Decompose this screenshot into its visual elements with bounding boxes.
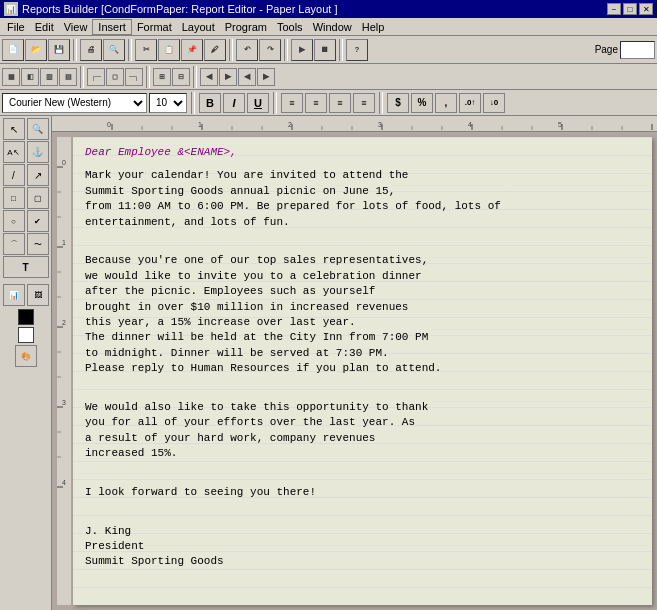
foreground-color[interactable] (18, 309, 34, 325)
help-button[interactable]: ? (346, 39, 368, 61)
selection-tools: ↖ 🔍 (3, 118, 49, 140)
menu-layout[interactable]: Layout (177, 20, 220, 34)
layout-btn3[interactable]: ─┐ (125, 68, 143, 86)
para1-line2: Summit Sporting Goods annual picnic on J… (85, 185, 395, 197)
main-toolbar: 📄 📂 💾 🖨 🔍 ✂ 📋 📌 🖌 ↶ ↷ ▶ ⏹ ? Page (0, 36, 657, 64)
freeform-tool[interactable]: 〜 (27, 233, 49, 255)
arrow-tool[interactable]: ↗ (27, 164, 49, 186)
view-btn4[interactable]: ▤ (59, 68, 77, 86)
para3-line4: increased 15%. (85, 447, 177, 459)
rect-tool[interactable]: □ (3, 187, 25, 209)
para2-line7: to midnight. Dinner will be served at 7:… (85, 347, 389, 359)
chart-tool[interactable]: 📊 (3, 284, 25, 306)
comma-button[interactable]: , (435, 93, 457, 113)
percent-button[interactable]: % (411, 93, 433, 113)
draw-tools4: ○ ✔ (3, 210, 49, 232)
view-btn1[interactable]: ▦ (2, 68, 20, 86)
greeting-line: Dear Employee &<ENAME>, (85, 145, 640, 160)
edit-btn2[interactable]: ⊟ (172, 68, 190, 86)
maximize-button[interactable]: □ (623, 3, 637, 15)
view-btn2[interactable]: ◧ (21, 68, 39, 86)
para1-line3: from 11:00 AM to 6:00 PM. Be prepared fo… (85, 200, 501, 212)
layout-btn1[interactable]: ┌─ (87, 68, 105, 86)
save-button[interactable]: 💾 (48, 39, 70, 61)
menu-insert[interactable]: Insert (92, 19, 132, 35)
underline-button[interactable]: U (247, 93, 269, 113)
nav-next2[interactable]: ▶ (257, 68, 275, 86)
view-btn3[interactable]: ▥ (40, 68, 58, 86)
paste-button[interactable]: 📌 (181, 39, 203, 61)
decimal-dec-button[interactable]: ↓0 (483, 93, 505, 113)
copy-button[interactable]: 📋 (158, 39, 180, 61)
para1-line4: entertainment, and lots of fun. (85, 216, 290, 228)
stop-button[interactable]: ⏹ (314, 39, 336, 61)
image-tool[interactable]: 🖼 (27, 284, 49, 306)
svg-text:0: 0 (62, 159, 66, 166)
nav-prev2[interactable]: ◀ (238, 68, 256, 86)
page-label: Page (595, 44, 618, 55)
nav-prev[interactable]: ◀ (200, 68, 218, 86)
minimize-button[interactable]: − (607, 3, 621, 15)
closing-line2: President (85, 540, 144, 552)
draw-tools5: ⌒ 〜 (3, 233, 49, 255)
polygon-tool[interactable]: ✔ (27, 210, 49, 232)
horizontal-ruler: 0 1 2 3 4 (52, 116, 657, 132)
menu-window[interactable]: Window (308, 20, 357, 34)
select-tool[interactable]: ↖ (3, 118, 25, 140)
zoom-tool[interactable]: 🔍 (27, 118, 49, 140)
app-title: Reports Builder (22, 3, 98, 15)
font-size-select[interactable]: 10 (149, 93, 187, 113)
align-justify-button[interactable]: ≡ (353, 93, 375, 113)
menu-tools[interactable]: Tools (272, 20, 308, 34)
page-number-input[interactable] (620, 41, 655, 59)
para3-line1: We would also like to take this opportun… (85, 401, 428, 413)
close-button[interactable]: ✕ (639, 3, 653, 15)
sep11 (379, 92, 383, 114)
obj-tool[interactable]: T (3, 256, 49, 278)
svg-text:4: 4 (62, 479, 66, 486)
layout-btn2[interactable]: ◻ (106, 68, 124, 86)
menu-view[interactable]: View (59, 20, 93, 34)
svg-text:3: 3 (378, 121, 382, 128)
title-bar-controls: − □ ✕ (607, 3, 653, 15)
arc-tool[interactable]: ⌒ (3, 233, 25, 255)
font-family-select[interactable]: Courier New (Western) (2, 93, 147, 113)
line-tool[interactable]: / (3, 164, 25, 186)
menu-edit[interactable]: Edit (30, 20, 59, 34)
para2-line1: Because you're one of our top sales repr… (85, 254, 428, 266)
menu-program[interactable]: Program (220, 20, 272, 34)
sep10 (273, 92, 277, 114)
ellipse-tool[interactable]: ○ (3, 210, 25, 232)
anchor-tool[interactable]: ⚓ (27, 141, 49, 163)
redo-button[interactable]: ↷ (259, 39, 281, 61)
print-button[interactable]: 🖨 (80, 39, 102, 61)
edit-btn1[interactable]: ⊞ (153, 68, 171, 86)
decimal-inc-button[interactable]: .0↑ (459, 93, 481, 113)
bold-button[interactable]: B (199, 93, 221, 113)
print-preview-button[interactable]: 🔍 (103, 39, 125, 61)
menu-help[interactable]: Help (357, 20, 390, 34)
align-right-button[interactable]: ≡ (329, 93, 351, 113)
rounded-rect-tool[interactable]: ▢ (27, 187, 49, 209)
new-button[interactable]: 📄 (2, 39, 24, 61)
currency-button[interactable]: $ (387, 93, 409, 113)
app-icon: 📊 (4, 2, 18, 16)
text-select-tool[interactable]: A↖ (3, 141, 25, 163)
format-painter[interactable]: 🖌 (204, 39, 226, 61)
menu-file[interactable]: File (2, 20, 30, 34)
color-picker[interactable]: 🎨 (15, 345, 37, 367)
nav-next[interactable]: ▶ (219, 68, 237, 86)
align-center-button[interactable]: ≡ (305, 93, 327, 113)
undo-button[interactable]: ↶ (236, 39, 258, 61)
background-color[interactable] (18, 327, 34, 343)
run-button[interactable]: ▶ (291, 39, 313, 61)
para2-line6: The dinner will be held at the City Inn … (85, 331, 428, 343)
cut-button[interactable]: ✂ (135, 39, 157, 61)
color-tools: 🎨 (15, 309, 37, 367)
svg-rect-0 (52, 116, 657, 130)
para2-line8: Please reply to Human Resources if you p… (85, 362, 441, 374)
align-left-button[interactable]: ≡ (281, 93, 303, 113)
menu-format[interactable]: Format (132, 20, 177, 34)
open-button[interactable]: 📂 (25, 39, 47, 61)
italic-button[interactable]: I (223, 93, 245, 113)
